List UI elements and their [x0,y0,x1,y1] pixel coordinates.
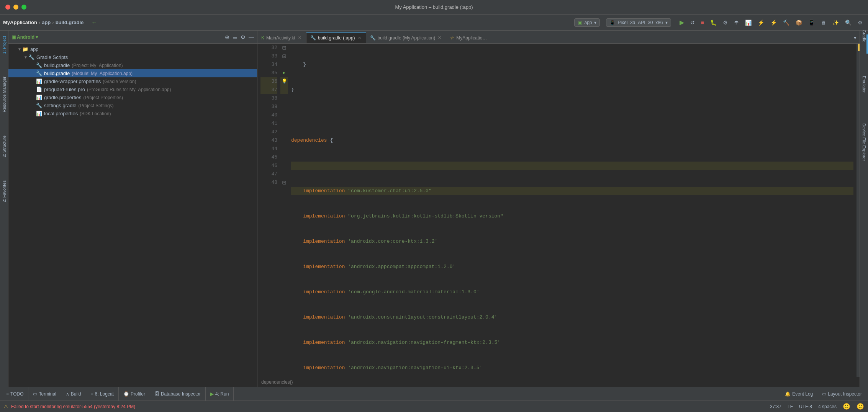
tree-item-local-properties[interactable]: 📊 local.properties (SDK Location) [8,110,257,118]
locate-file-icon[interactable]: ⊕ [225,34,229,40]
code-line-35: dependencies { [291,136,853,145]
breadcrumb-app-name[interactable]: MyApplication [3,20,37,25]
sidebar-item-project[interactable]: 1: Project [1,32,8,57]
avd-manager-button[interactable]: 📱 [806,18,817,27]
bottom-tool-event-log[interactable]: 🔔 Event Log [780,387,817,401]
tab-myapplication[interactable]: ☆ MyApplicatio… [446,32,491,43]
breadcrumb-file[interactable]: build.gradle [56,20,84,25]
rerun-button[interactable]: ↺ [688,18,697,27]
device-manager-button[interactable]: 🖥 [819,18,829,27]
status-line-ending[interactable]: LF [788,404,793,409]
line-numbers: 32 33 34 35 36 37 38 39 40 41 42 43 44 4… [257,44,280,377]
gutter-run-35[interactable]: ▶ [280,69,288,77]
sidebar-item-resource-manager[interactable]: Resource Manager [1,73,8,116]
apply-changes-button[interactable]: ⚡ [755,18,766,27]
run-button[interactable]: ▶ [677,17,686,28]
close-button[interactable] [5,5,10,10]
tab-build-gradle-myapp-close[interactable]: ✕ [437,35,442,40]
gutter-fold-32[interactable] [280,44,288,52]
tree-item-gradle-properties[interactable]: 📊 gradle.properties (Project Properties) [8,93,257,101]
status-charset[interactable]: UTF-8 [799,404,812,409]
gutter-fold-48[interactable] [280,178,288,187]
tree-settings-icon[interactable]: ⚙ [241,34,246,40]
run-config-selector[interactable]: ▣ app ▾ [574,18,600,27]
search-button[interactable]: 🔍 [843,18,854,27]
logcat-label: 6: Logcat [95,391,114,397]
editor-area: K MainActivity.kt ✕ 🔧 build.gradle (:app… [257,31,860,387]
build-button[interactable]: 🔨 [781,18,792,27]
sidebar-item-structure[interactable]: 2: Structure [1,132,8,161]
tree-item-gradle-scripts[interactable]: ▼ 🔧 Gradle Scripts [8,53,257,61]
tree-item-build-gradle-project[interactable]: 🔧 build.gradle (Project: My_Application) [8,61,257,69]
profile-button[interactable]: 📊 [743,18,754,27]
apply-code-changes-button[interactable]: ⚡ [768,18,779,27]
vertical-scrollbar[interactable] [857,44,860,377]
maximize-button[interactable] [21,5,26,10]
sync-button[interactable]: 🐛 [708,18,719,27]
bottom-tool-logcat[interactable]: ≡ 6: Logcat [86,387,119,401]
device-selector[interactable]: 📱 Pixel_3a_API_30_x86 ▾ [606,18,671,27]
profiler-icon: ⌚ [123,391,129,397]
gutter-fold-33[interactable] [280,52,288,60]
status-emoji-sad[interactable]: 😕 [857,403,864,410]
right-tab-emulator[interactable]: Emulator [861,72,868,96]
event-log-icon: 🔔 [785,391,791,397]
code-line-33: } [291,86,853,94]
bottom-tool-terminal[interactable]: ▭ Terminal [28,387,61,401]
title-bar: My Application – build.gradle (:app) [0,0,868,15]
code-line-38: implementation "org.jetbrains.kotlin:kot… [291,212,853,221]
tab-build-gradle-app-close[interactable]: ✕ [357,36,362,41]
device-label: Pixel_3a_API_30_x86 [617,20,663,25]
window-controls[interactable] [5,5,26,10]
layout-inspector-icon: ▭ [822,391,826,397]
back-button[interactable]: ← [89,18,100,28]
bottom-tool-database-inspector[interactable]: 🗄 Database Inspector [150,387,206,401]
status-indent[interactable]: 4 spaces [818,404,837,409]
code-line-44: implementation 'androidx.navigation:navi… [291,364,853,372]
window-title: My Application – build.gradle (:app) [395,4,473,10]
breadcrumb-app[interactable]: app [42,20,51,25]
right-tab-device-file-explorer[interactable]: Device File Explorer [861,119,868,165]
status-position[interactable]: 37:37 [770,404,781,409]
tree-item-gradle-wrapper[interactable]: 📊 gradle-wrapper.properties (Gradle Vers… [8,77,257,85]
tab-build-gradle-app[interactable]: 🔧 build.gradle (:app) ✕ [306,32,366,43]
tab-main-activity[interactable]: K MainActivity.kt ✕ [257,32,306,43]
tree-item-settings-gradle[interactable]: 🔧 settings.gradle (Project Settings) [8,101,257,110]
bottom-tool-todo[interactable]: ≡ TODO [2,387,28,401]
attach-debugger-button[interactable]: ⚙ [721,18,730,27]
todo-icon: ≡ [6,391,9,397]
tree-item-proguard[interactable]: 📄 proguard-rules.pro (ProGuard Rules for… [8,85,257,93]
tree-item-app[interactable]: ▼ 📁 app [8,45,257,53]
wizard-button[interactable]: ✨ [830,18,841,27]
gutter-empty-41 [280,119,288,128]
stop-button[interactable]: ■ [699,18,706,27]
sdk-manager-button[interactable]: 📦 [793,18,804,27]
tree-item-build-gradle-module[interactable]: 🔧 build.gradle (Module: My_Application.a… [8,69,257,77]
run-config-icon: ▣ [578,20,582,25]
android-icon: ▣ [11,34,16,40]
build-label: Build [71,391,81,397]
status-emoji-happy[interactable]: 🙂 [843,403,850,410]
code-content-area[interactable]: } } dependencies { implementation "com.k… [288,44,857,377]
top-toolbar: MyApplication › app › build.gradle ← ▣ a… [0,15,868,31]
android-view-selector[interactable]: ▣ Android ▾ [11,34,38,40]
coverage-button[interactable]: ☂ [732,18,741,27]
bottom-tool-build[interactable]: ∧ Build [61,387,86,401]
minimize-button[interactable] [13,5,18,10]
bottom-tool-profiler[interactable]: ⌚ Profiler [119,387,150,401]
right-sidebar-tabs: Gradle Emulator Device File Explorer [860,31,868,387]
bottom-tool-run[interactable]: ▶ 4: Run [206,387,234,401]
tree-item-gradle-scripts-name: Gradle Scripts [36,54,68,60]
code-editor[interactable]: 32 33 34 35 36 37 38 39 40 41 42 43 44 4… [257,44,860,377]
tree-close-icon[interactable]: — [249,34,254,40]
bottom-tool-layout-inspector[interactable]: ▭ Layout Inspector [817,387,866,401]
logcat-icon: ≡ [91,391,93,397]
tab-main-activity-close[interactable]: ✕ [297,35,302,40]
sidebar-item-favorites[interactable]: 2: Favorites [1,177,8,206]
settings-button[interactable]: ⚙ [855,18,865,27]
tab-build-gradle-myapp[interactable]: 🔧 build.gradle (My Application) ✕ [366,32,447,43]
event-log-label: Event Log [792,391,813,397]
status-bar: ⚠ Failed to start monitoring emulator-55… [0,401,868,412]
tree-item-proguard-name: proguard-rules.pro [44,87,85,92]
collapse-all-icon[interactable]: ⚌ [233,34,237,40]
